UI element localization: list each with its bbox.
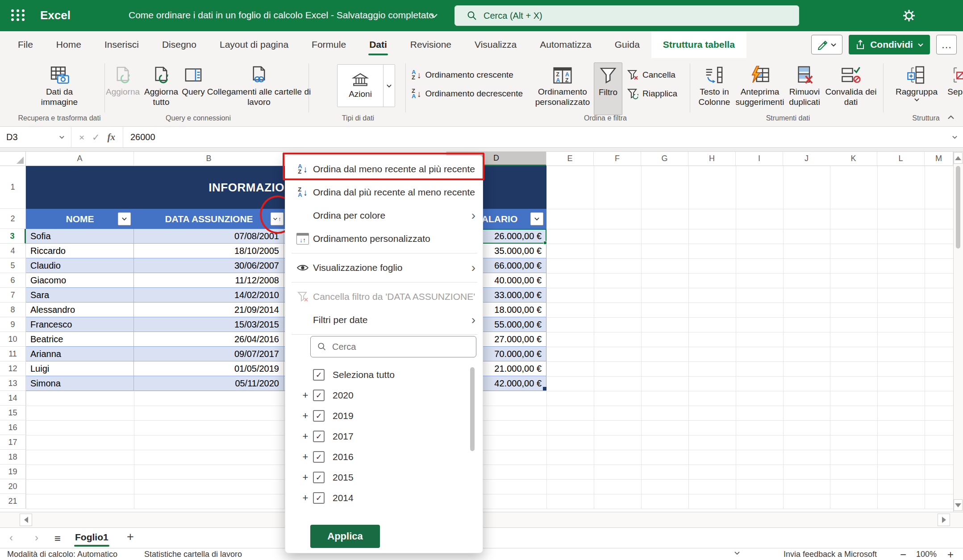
zoom-in-button[interactable]: +: [947, 548, 954, 560]
table-cell-date-row12[interactable]: 01/05/2019: [134, 361, 284, 376]
tab-file[interactable]: File: [6, 31, 45, 58]
table-cell-date-row4[interactable]: 18/10/2005: [134, 244, 284, 258]
global-search-input[interactable]: Cerca (Alt + X): [454, 5, 799, 26]
formula-input[interactable]: 26000: [123, 132, 952, 142]
group-button[interactable]: Raggruppa: [892, 62, 941, 115]
custom-sort-button[interactable]: Z A A Z Ordinamento personalizzato: [529, 62, 596, 115]
sheet-list-menu-icon[interactable]: ≡: [54, 532, 61, 545]
table-cell-date-row7[interactable]: 14/02/2010: [134, 288, 284, 303]
name-box-chevron-icon[interactable]: [59, 135, 65, 139]
checkbox-checked[interactable]: ✓: [313, 431, 325, 442]
table-cell-name-row7[interactable]: Sara: [26, 288, 134, 303]
editing-mode-button[interactable]: [811, 35, 842, 54]
add-sheet-button[interactable]: +: [127, 530, 134, 544]
column-header-J[interactable]: J: [783, 152, 830, 166]
refresh-button[interactable]: Aggiorna: [103, 62, 143, 115]
gallery-dropdown[interactable]: [383, 65, 395, 107]
text-to-columns-button[interactable]: Testo in Colonne: [693, 62, 736, 115]
column-header-B[interactable]: B: [134, 152, 284, 166]
expand-plus-icon[interactable]: +: [300, 431, 311, 442]
workbook-links-button[interactable]: Collegamenti alle cartelle di lavoro: [203, 62, 315, 115]
row-header-4[interactable]: 4: [0, 244, 26, 258]
row-header-20[interactable]: 20: [0, 479, 26, 494]
tab-home[interactable]: Home: [45, 31, 93, 58]
table-cell-name-row11[interactable]: Arianna: [26, 347, 134, 361]
row-header-11[interactable]: 11: [0, 347, 26, 361]
name-box[interactable]: D3: [0, 127, 71, 147]
tab-visualizza[interactable]: Visualizza: [463, 31, 528, 58]
filter-button-nome[interactable]: [118, 212, 131, 225]
column-header-F[interactable]: F: [594, 152, 641, 166]
zoom-level[interactable]: 100%: [916, 550, 937, 559]
flash-fill-button[interactable]: Anteprima suggerimenti: [733, 62, 787, 115]
row-header-15[interactable]: 15: [0, 406, 26, 420]
checkbox-checked[interactable]: ✓: [313, 410, 325, 422]
column-header-I[interactable]: I: [736, 152, 783, 166]
scroll-up-button[interactable]: [954, 152, 963, 164]
row-header-21[interactable]: 21: [0, 494, 26, 509]
cancel-entry-icon[interactable]: ×: [79, 132, 84, 143]
calc-mode-status[interactable]: Modalità di calcolo: Automatico: [7, 550, 117, 559]
scroll-left-button[interactable]: [20, 514, 32, 526]
row-header-7[interactable]: 7: [0, 288, 26, 303]
data-from-picture-button[interactable]: Dati da immagine: [33, 62, 86, 115]
menu-item-cancella-filtro-da-data-assunzione-[interactable]: Cancella filtro da 'DATA ASSUNZIONE': [285, 285, 484, 308]
table-cell-date-row13[interactable]: 05/11/2020: [134, 376, 284, 391]
refresh-all-button[interactable]: Aggiorna tutto: [141, 62, 182, 115]
tab-dati[interactable]: Dati: [358, 31, 399, 58]
table-cell-date-row3[interactable]: 07/08/2001: [134, 229, 284, 244]
scroll-right-button[interactable]: [938, 514, 950, 526]
fill-handle[interactable]: [543, 241, 547, 245]
data-types-gallery[interactable]: Azioni: [337, 64, 395, 107]
table-cell-date-row11[interactable]: 09/07/2017: [134, 347, 284, 361]
tab-layout-di-pagina[interactable]: Layout di pagina: [208, 31, 300, 58]
row-header-2[interactable]: 2: [0, 209, 26, 229]
tab-automatizza[interactable]: Automatizza: [528, 31, 603, 58]
column-header-M[interactable]: M: [925, 152, 953, 166]
checkbox-checked[interactable]: ✓: [313, 390, 325, 401]
expand-plus-icon[interactable]: +: [300, 492, 311, 504]
more-options-button[interactable]: …: [936, 35, 957, 54]
expand-plus-icon[interactable]: +: [300, 390, 311, 401]
row-header-8[interactable]: 8: [0, 303, 26, 317]
tab-revisione[interactable]: Revisione: [399, 31, 463, 58]
status-chevron-down-icon[interactable]: [734, 551, 740, 555]
remove-duplicates-button[interactable]: Rimuovi duplicati: [784, 62, 825, 115]
menu-item-visualizzazione-foglio[interactable]: Visualizzazione foglio›: [285, 256, 484, 279]
row-header-3[interactable]: 3: [0, 229, 26, 244]
menu-item-ordina-dal-pi-recente-al-meno-recente[interactable]: ZA↓Ordina dal più recente al meno recent…: [285, 181, 484, 204]
table-cell-name-row6[interactable]: Giacomo: [26, 273, 134, 288]
table-cell-name-row3[interactable]: Sofia: [26, 229, 134, 244]
filter-select-all-row[interactable]: +✓Seleziona tutto: [285, 365, 473, 385]
table-cell-name-row4[interactable]: Riccardo: [26, 244, 134, 258]
row-header-19[interactable]: 19: [0, 465, 26, 479]
app-launcher-waffle-icon[interactable]: [10, 7, 26, 23]
title-chevron-down-icon[interactable]: [429, 13, 438, 19]
checkbox-checked[interactable]: ✓: [313, 369, 325, 381]
filter-year-row-2014[interactable]: +✓2014: [285, 488, 473, 508]
column-header-L[interactable]: L: [877, 152, 925, 166]
menu-item-ordinamento-personalizzato[interactable]: ↓↑Ordinamento personalizzato: [285, 227, 484, 250]
next-sheet-button[interactable]: ›: [35, 531, 38, 544]
filter-year-row-2017[interactable]: +✓2017: [285, 426, 473, 447]
table-resize-handle[interactable]: [543, 387, 546, 390]
data-validation-button[interactable]: Convalida dei dati: [824, 62, 878, 115]
row-header-13[interactable]: 13: [0, 376, 26, 391]
filter-button[interactable]: Filtro: [594, 62, 622, 115]
menu-item-filtri-per-date[interactable]: Filtri per date›: [285, 308, 484, 332]
table-cell-name-row13[interactable]: Simona: [26, 376, 134, 391]
vertical-scroll-thumb[interactable]: [956, 166, 960, 249]
table-cell-date-row6[interactable]: 11/12/2008: [134, 273, 284, 288]
expand-plus-icon[interactable]: +: [300, 451, 311, 463]
table-cell-name-row9[interactable]: Francesco: [26, 317, 134, 332]
table-cell-name-row12[interactable]: Luigi: [26, 361, 134, 376]
document-title[interactable]: Come ordinare i dati in un foglio di cal…: [129, 10, 434, 21]
filter-year-row-2020[interactable]: +✓2020: [285, 385, 473, 406]
sort-descending-button[interactable]: ZA↓ Ordinamento decrescente: [412, 87, 530, 101]
row-header-5[interactable]: 5: [0, 258, 26, 273]
filter-button-salario[interactable]: [530, 212, 543, 225]
column-header-K[interactable]: K: [830, 152, 877, 166]
row-header-1[interactable]: 1: [0, 166, 26, 209]
reapply-filter-button[interactable]: Riapplica: [627, 87, 689, 101]
tab-struttura-tabella[interactable]: Struttura tabella: [651, 31, 746, 58]
